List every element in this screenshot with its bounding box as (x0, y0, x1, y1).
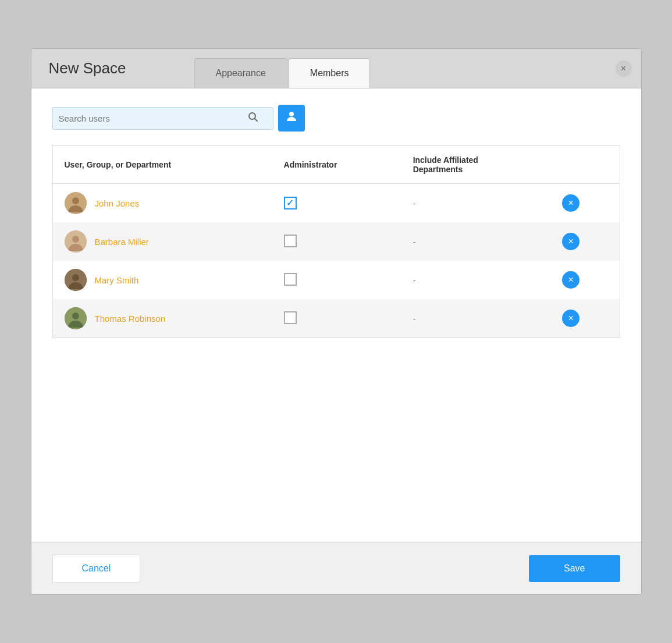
table-row: Barbara Miller - × (52, 222, 620, 261)
table-row: John Jones - × (52, 184, 620, 223)
remove-button-mary[interactable]: × (562, 271, 579, 289)
members-table: User, Group, or Department Administrator… (52, 145, 620, 338)
admin-checkbox-john[interactable] (284, 197, 297, 209)
user-cell: Thomas Robinson (52, 299, 272, 338)
col-header-admin: Administrator (272, 146, 401, 184)
admin-checkbox-cell (272, 222, 401, 261)
dialog-footer: Cancel Save (31, 542, 641, 594)
avatar (65, 307, 87, 329)
col-header-user: User, Group, or Department (52, 146, 272, 184)
close-icon: × (568, 275, 574, 285)
admin-checkbox-cell (272, 261, 401, 299)
dialog-title: New Space (31, 49, 189, 88)
close-icon: × (568, 236, 574, 247)
svg-point-6 (72, 236, 79, 243)
col-header-action (550, 146, 620, 184)
remove-button-thomas[interactable]: × (562, 310, 579, 327)
avatar (65, 230, 87, 253)
save-button[interactable]: Save (529, 555, 620, 582)
remove-cell: × (550, 184, 620, 223)
svg-point-8 (72, 274, 79, 281)
user-name: Thomas Robinson (95, 314, 166, 324)
user-name: Barbara Miller (95, 237, 149, 247)
affiliated-cell: - (401, 261, 551, 299)
cancel-button[interactable]: Cancel (52, 555, 141, 582)
user-cell: Mary Smith (52, 261, 272, 299)
remove-button-john[interactable]: × (562, 194, 579, 212)
user-name: John Jones (95, 198, 140, 208)
admin-checkbox-thomas[interactable] (284, 311, 297, 324)
person-icon (285, 109, 298, 127)
user-name: Mary Smith (95, 275, 139, 285)
remove-button-barbara[interactable]: × (562, 233, 579, 250)
close-icon: × (568, 198, 574, 208)
dialog-header: New Space Appearance Members × (31, 49, 641, 88)
svg-point-2 (289, 112, 294, 116)
admin-checkbox-barbara[interactable] (284, 235, 297, 247)
tab-bar: Appearance Members (189, 49, 372, 88)
table-header-row: User, Group, or Department Administrator… (52, 146, 620, 184)
user-cell: John Jones (52, 184, 272, 223)
table-row: Mary Smith - × (52, 261, 620, 299)
tab-appearance[interactable]: Appearance (194, 58, 287, 88)
col-header-affiliated: Include AffiliatedDepartments (401, 146, 551, 184)
dialog: New Space Appearance Members × (31, 48, 642, 595)
svg-point-4 (72, 197, 79, 204)
admin-checkbox-cell (272, 299, 401, 338)
search-icon (247, 111, 259, 126)
remove-cell: × (550, 299, 620, 338)
tab-members[interactable]: Members (289, 58, 371, 88)
affiliated-cell: - (401, 222, 551, 261)
add-user-button[interactable] (278, 105, 305, 132)
table-row: Thomas Robinson - × (52, 299, 620, 338)
admin-checkbox-mary[interactable] (284, 273, 297, 286)
user-cell: Barbara Miller (52, 222, 272, 261)
affiliated-cell: - (401, 184, 551, 223)
search-wrapper (52, 107, 273, 130)
remove-cell: × (550, 261, 620, 299)
avatar (65, 192, 87, 214)
search-button[interactable] (245, 111, 261, 126)
remove-cell: × (550, 222, 620, 261)
svg-point-10 (72, 312, 79, 319)
search-input[interactable] (59, 113, 245, 123)
svg-line-1 (254, 118, 257, 121)
avatar (65, 269, 87, 291)
affiliated-cell: - (401, 299, 551, 338)
dialog-content: User, Group, or Department Administrator… (31, 88, 641, 542)
close-button[interactable]: × (616, 61, 632, 77)
admin-checkbox-cell (272, 184, 401, 223)
close-icon: × (568, 313, 574, 324)
search-bar (52, 105, 620, 132)
